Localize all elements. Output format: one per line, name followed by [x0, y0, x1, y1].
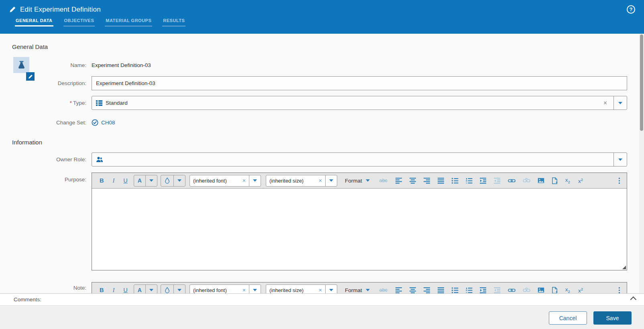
type-row: *Type: Standard ×	[0, 96, 639, 110]
superscript-button[interactable]: x2	[578, 177, 583, 184]
font-size-dropdown[interactable]	[325, 285, 337, 294]
font-name-dropdown[interactable]	[249, 175, 261, 186]
image-button[interactable]	[538, 178, 544, 183]
chevron-down-icon	[618, 102, 622, 104]
align-center-button[interactable]	[410, 287, 416, 293]
indent-button[interactable]	[480, 287, 487, 293]
purpose-label: Purpose:	[0, 173, 92, 183]
clear-icon[interactable]: ×	[239, 285, 249, 294]
format-dropdown[interactable]: Format	[345, 178, 370, 184]
insert-document-button[interactable]	[552, 287, 558, 294]
purpose-text-area[interactable]	[92, 189, 627, 270]
outdent-button[interactable]	[494, 287, 501, 293]
chevron-down-icon	[149, 289, 153, 291]
outdent-button[interactable]	[494, 178, 501, 184]
save-button[interactable]: Save	[593, 311, 632, 325]
tab-results[interactable]: RESULTS	[162, 18, 185, 26]
check-circle-icon	[92, 119, 98, 126]
strikethrough-button[interactable]: abc	[379, 287, 387, 293]
tab-material-groups[interactable]: MATERIAL GROUPS	[105, 18, 152, 26]
clear-icon[interactable]: ×	[601, 100, 609, 107]
collapse-chevron-icon[interactable]	[630, 297, 637, 303]
owner-role-combo[interactable]	[92, 152, 627, 167]
description-input[interactable]	[92, 76, 627, 90]
owner-role-label: Owner Role:	[0, 156, 92, 162]
link-button[interactable]	[508, 288, 516, 293]
description-row: Description:	[0, 76, 639, 90]
font-size-combo[interactable]: (inherited size) ×	[266, 175, 337, 187]
resize-handle[interactable]	[622, 266, 626, 269]
comments-bar[interactable]: Comments:	[0, 293, 644, 306]
numbered-list-button[interactable]	[466, 178, 473, 184]
edit-badge-icon[interactable]	[26, 72, 35, 81]
image-button[interactable]	[538, 287, 544, 293]
vertical-scrollbar[interactable]	[639, 34, 644, 294]
indent-button[interactable]	[480, 178, 487, 184]
chevron-down-icon	[618, 158, 622, 161]
more-options-button[interactable]	[618, 177, 620, 184]
font-color-button[interactable]: A	[134, 175, 157, 187]
font-color-dropdown[interactable]	[145, 175, 157, 186]
align-left-button[interactable]	[395, 178, 402, 184]
clear-icon[interactable]: ×	[239, 175, 249, 186]
clear-icon[interactable]: ×	[316, 175, 325, 186]
highlight-color-button[interactable]	[161, 175, 185, 187]
bold-button[interactable]: B	[95, 177, 108, 184]
font-size-dropdown[interactable]	[325, 175, 337, 186]
clear-icon[interactable]: ×	[316, 285, 325, 294]
type-combo[interactable]: Standard ×	[92, 96, 627, 110]
chevron-down-icon	[253, 179, 257, 182]
cancel-button[interactable]: Cancel	[549, 311, 587, 325]
font-color-dropdown[interactable]	[145, 285, 157, 294]
changeset-label: Change Set:	[0, 120, 92, 126]
unlink-button[interactable]	[523, 287, 530, 293]
tab-general-data[interactable]: GENERAL DATA	[15, 18, 53, 26]
chevron-down-icon	[149, 179, 153, 182]
unlink-button[interactable]	[523, 178, 530, 183]
chevron-down-icon	[329, 179, 333, 182]
subscript-button[interactable]: x2	[565, 177, 570, 184]
underline-button[interactable]: U	[119, 177, 132, 184]
highlight-color-button[interactable]	[161, 284, 185, 294]
align-right-button[interactable]	[424, 178, 430, 184]
changeset-row: Change Set: CH08	[0, 119, 639, 126]
owner-role-dropdown-button[interactable]	[613, 153, 627, 166]
align-right-button[interactable]	[424, 287, 430, 293]
purpose-editor: B I U A (inherited font) ×	[92, 173, 627, 270]
font-size-combo[interactable]: (inherited size) ×	[266, 284, 337, 294]
help-icon[interactable]: ?	[627, 5, 635, 14]
superscript-button[interactable]: x2	[578, 287, 583, 294]
changeset-link[interactable]: CH08	[101, 120, 115, 126]
name-row: Name: Experiment Definition-03	[0, 61, 639, 69]
align-left-button[interactable]	[395, 287, 402, 293]
general-data-heading: General Data	[12, 43, 639, 50]
bullet-list-button[interactable]	[452, 178, 459, 184]
highlight-color-dropdown[interactable]	[173, 285, 185, 294]
strikethrough-button[interactable]: abc	[379, 178, 387, 183]
scrollbar-thumb[interactable]	[640, 35, 643, 131]
bullet-list-button[interactable]	[452, 287, 459, 293]
italic-button[interactable]: I	[108, 177, 119, 184]
note-editor: B I U A (inherited font)	[92, 282, 627, 293]
type-dropdown-button[interactable]	[613, 96, 627, 110]
numbered-list-button[interactable]	[466, 287, 473, 293]
underline-button[interactable]: U	[119, 287, 132, 293]
note-editor-clip: B I U A (inherited font)	[92, 282, 627, 293]
description-label: Description:	[0, 80, 92, 86]
font-name-combo[interactable]: (inherited font) ×	[190, 284, 261, 294]
more-options-button[interactable]	[618, 287, 620, 294]
tab-objectives[interactable]: OBJECTIVES	[63, 18, 95, 26]
subscript-button[interactable]: x2	[565, 286, 570, 293]
font-color-button[interactable]: A	[134, 284, 157, 294]
align-center-button[interactable]	[410, 178, 416, 184]
format-dropdown[interactable]: Format	[345, 287, 370, 293]
link-button[interactable]	[508, 178, 516, 183]
font-name-dropdown[interactable]	[249, 285, 261, 294]
italic-button[interactable]: I	[108, 287, 119, 294]
font-name-combo[interactable]: (inherited font) ×	[190, 175, 261, 187]
justify-button[interactable]	[438, 287, 444, 293]
bold-button[interactable]: B	[95, 287, 108, 293]
justify-button[interactable]	[438, 178, 444, 184]
insert-document-button[interactable]	[552, 177, 558, 184]
highlight-color-dropdown[interactable]	[173, 175, 185, 186]
